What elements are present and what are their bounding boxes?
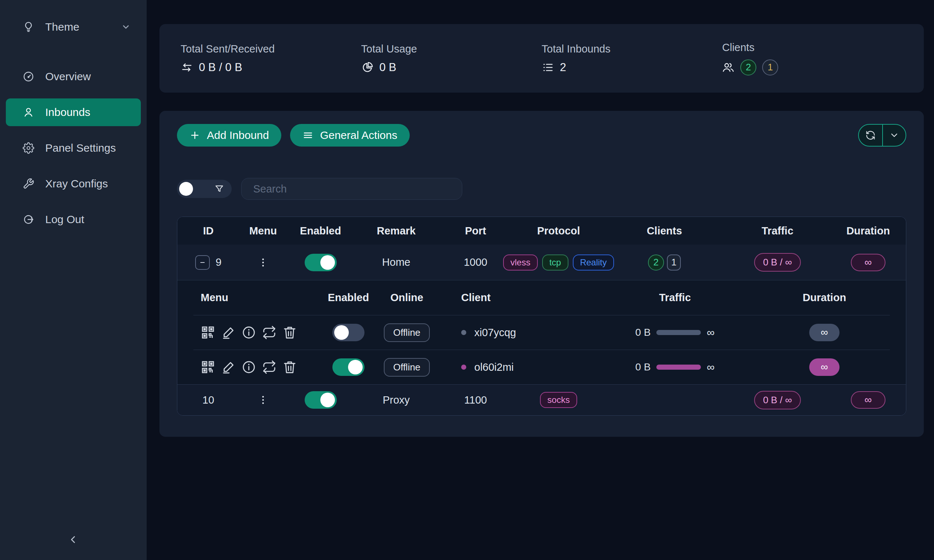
inbound-port: 1000 (438, 256, 513, 268)
info-icon[interactable] (242, 360, 256, 374)
qrcode-icon[interactable] (201, 325, 215, 340)
protocol-tag: socks (540, 392, 577, 408)
inbound-enabled-toggle[interactable] (305, 391, 337, 409)
delete-icon[interactable] (282, 325, 297, 340)
refresh-button[interactable] (859, 125, 882, 146)
chevron-left-icon (67, 534, 79, 545)
stat-label: Total Usage (361, 43, 542, 55)
stat-clients: Clients 2 1 (722, 42, 903, 75)
inbounds-table: ID Menu Enabled Remark Port Protocol Cli… (177, 217, 906, 415)
sidebar-item-label: Theme (45, 21, 79, 33)
stat-label: Total Inbounds (542, 43, 722, 55)
col-remark: Remark (354, 225, 438, 237)
traffic-pill: 0 B / ∞ (754, 253, 800, 272)
refresh-button-group (858, 124, 906, 146)
reset-traffic-icon[interactable] (262, 325, 277, 340)
sidebar-item-label: Xray Configs (45, 178, 108, 190)
client-enabled-toggle[interactable] (332, 358, 364, 376)
people-icon (722, 61, 734, 74)
sidebar-item-label: Inbounds (45, 106, 90, 118)
client-duration-pill: ∞ (809, 324, 840, 341)
col-protocol: Protocol (513, 225, 604, 237)
client-name: ol60i2mi (474, 361, 514, 373)
inbound-id: 10 (202, 394, 214, 406)
sidebar-item-xray-configs[interactable]: Xray Configs (6, 170, 141, 198)
stat-value: 2 (560, 61, 566, 74)
col-duration: Duration (831, 225, 906, 237)
duration-pill: ∞ (851, 391, 886, 409)
stats-panel: Total Sent/Received 0 B / 0 B Total Usag… (159, 24, 924, 92)
collapse-row-button[interactable] (195, 255, 210, 270)
table-header: ID Menu Enabled Remark Port Protocol Cli… (177, 217, 906, 245)
client-traffic-bar (657, 365, 701, 370)
refresh-interval-dropdown[interactable] (882, 125, 906, 146)
filter-toggle[interactable] (177, 180, 232, 198)
general-actions-button[interactable]: General Actions (290, 124, 410, 146)
info-icon[interactable] (242, 325, 256, 340)
sub-col-menu: Menu (201, 292, 321, 304)
col-menu: Menu (239, 225, 287, 237)
sub-col-traffic: Traffic (591, 292, 759, 304)
toolbar: Add Inbound General Actions (177, 124, 906, 146)
row-clients-disabled-badge: 1 (667, 254, 681, 271)
sub-col-duration: Duration (759, 292, 890, 304)
subtable-header: Menu Enabled Online Client Traffic Durat… (193, 280, 890, 315)
client-traffic-cap: ∞ (707, 361, 714, 373)
client-enabled-toggle[interactable] (332, 324, 364, 341)
client-traffic-used: 0 B (635, 327, 650, 338)
row-menu-button[interactable] (239, 394, 287, 405)
traffic-pill: 0 B / ∞ (754, 391, 800, 409)
protocol-tag: vless (503, 254, 538, 271)
filter-toggle-knob (179, 182, 193, 196)
inbounds-panel: Add Inbound General Actions (159, 111, 924, 437)
general-actions-label: General Actions (320, 129, 397, 142)
stat-value: 0 B / 0 B (199, 61, 242, 74)
list-icon (542, 61, 554, 74)
clients-enabled-badge: 2 (740, 59, 756, 75)
refresh-icon (865, 130, 875, 140)
row-menu-button[interactable] (239, 257, 287, 268)
sidebar-item-label: Panel Settings (45, 142, 116, 154)
search-row (177, 178, 906, 200)
search-input[interactable] (241, 178, 462, 200)
transfer-icon (180, 61, 193, 74)
client-status-dot (461, 330, 466, 335)
clients-disabled-badge: 1 (762, 59, 778, 75)
logout-icon (23, 214, 34, 225)
stat-value: 0 B (379, 61, 396, 74)
sidebar-item-panel-settings[interactable]: Panel Settings (6, 134, 141, 162)
row-clients-enabled-badge: 2 (648, 254, 664, 271)
table-row-inbound-10: 10 Proxy 1100 socks 0 B / ∞ ∞ (177, 384, 906, 415)
col-traffic: Traffic (724, 225, 831, 237)
sidebar-item-label: Overview (45, 70, 91, 83)
inbound-enabled-toggle[interactable] (305, 254, 337, 271)
edit-icon[interactable] (221, 360, 236, 374)
transport-tag: tcp (542, 254, 569, 271)
client-status-dot (461, 365, 466, 370)
col-enabled: Enabled (287, 225, 354, 237)
sidebar-item-overview[interactable]: Overview (6, 63, 141, 91)
inbound-remark: Home (354, 256, 438, 268)
chevron-down-icon (121, 22, 131, 32)
chevron-down-icon (889, 130, 899, 140)
sidebar-item-theme[interactable]: Theme (6, 13, 141, 41)
delete-icon[interactable] (282, 360, 297, 374)
col-port: Port (438, 225, 513, 237)
stat-label: Total Sent/Received (180, 43, 361, 55)
client-row-xi07ycqg: Offline xi07ycqg 0 B ∞ ∞ (193, 315, 890, 350)
stat-total-sent-received: Total Sent/Received 0 B / 0 B (180, 43, 361, 74)
sidebar-item-inbounds[interactable]: Inbounds (6, 98, 141, 126)
online-status-badge: Offline (384, 323, 430, 342)
qrcode-icon[interactable] (201, 360, 215, 374)
clients-subtable: Menu Enabled Online Client Traffic Durat… (177, 280, 906, 384)
sub-col-online: Online (376, 292, 438, 304)
edit-icon[interactable] (221, 325, 236, 340)
stat-total-usage: Total Usage 0 B (361, 43, 542, 74)
pie-chart-icon (361, 61, 374, 74)
add-inbound-button[interactable]: Add Inbound (177, 124, 281, 146)
bulb-icon (23, 21, 34, 33)
sidebar-item-log-out[interactable]: Log Out (6, 206, 141, 233)
col-id: ID (177, 225, 239, 237)
sidebar-collapse-button[interactable] (62, 529, 84, 551)
reset-traffic-icon[interactable] (262, 360, 277, 374)
